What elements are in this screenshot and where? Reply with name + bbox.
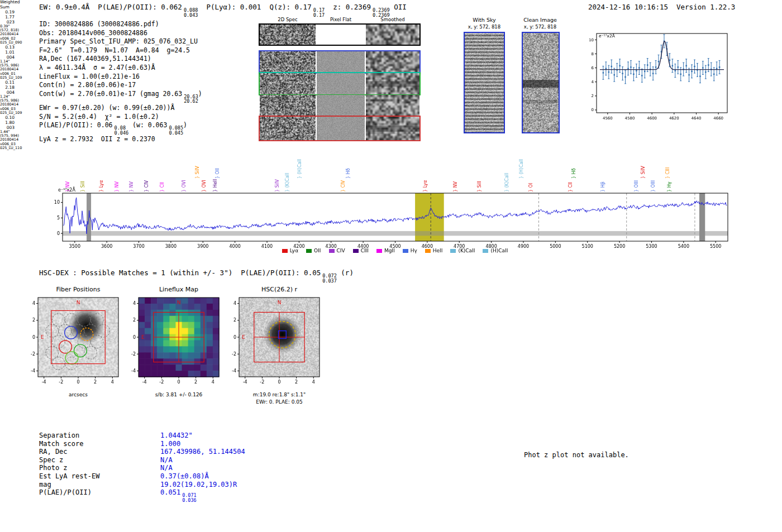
match-value-text: 1.04432"	[160, 432, 193, 439]
withsky-title: With Sky	[462, 17, 507, 23]
match-table-row-separation: Separation1.04432"	[39, 432, 307, 440]
line-id-label-oiii: } OIII	[634, 180, 640, 192]
match-table-row-spec-z: Spec zN/A	[39, 456, 307, 464]
text-segment: z: 0.2369	[325, 3, 371, 11]
legend-swatch	[425, 249, 431, 253]
match-table-row-ra-dec: RA, Dec167.439986, 51.144504	[39, 448, 307, 456]
line-id-label-nv: } NV	[115, 181, 120, 192]
text-segment: )	[183, 121, 187, 129]
text-segment: λ = 4611.34Å σ = 2.47(±0.63)Å	[39, 64, 155, 71]
sup-sub-value: 0.23690.2369	[373, 8, 390, 17]
text-segment: (r)	[337, 269, 354, 277]
cleanimage-coords: x, y: 572, 818	[518, 24, 562, 30]
match-table-value: 167.439986, 51.144504	[160, 448, 245, 456]
withsky-cutout-canvas	[464, 32, 505, 133]
match-value-text: N/A	[160, 464, 173, 472]
hsc-cutout-xlabel2: EWr: 0. PLAE: 0.05	[232, 399, 327, 405]
info-line-6: LineFlux = 1.00(±0.21)e-16	[39, 73, 202, 82]
legend-swatch	[450, 249, 456, 253]
legend-label: Lyα	[290, 248, 298, 253]
line-id-label-ovi: } OVI	[202, 180, 207, 192]
match-table-value: 1.000	[160, 440, 180, 448]
match-table-label: P(LAE)/P(OII)	[39, 488, 92, 496]
line-id-label-ovi: } OVI	[182, 180, 187, 192]
line-id-label-lyα: } Lyα	[99, 180, 104, 192]
line-id-label-nv: } NV	[453, 181, 459, 192]
match-table-value: N/A	[160, 464, 173, 472]
sub-value: 0.036	[182, 498, 197, 503]
match-table-label: Spec z	[39, 456, 63, 464]
spec2d-row-right-annotation-1: 0.39"(572, 818)20180414v006_02025_LU_090	[0, 25, 29, 45]
cleanimage-title: Clean Image	[518, 17, 562, 23]
right-annotation-line: Sum	[0, 5, 29, 10]
text-segment: OII	[390, 3, 407, 11]
match-table-row-match-score: Match score1.000	[39, 440, 307, 448]
sup-sub-value: 0.0720.037	[322, 274, 337, 283]
match-value-text: N/A	[160, 456, 173, 464]
legend-label: MgII	[384, 248, 395, 253]
spec2d-col-header-pixelflat: Pixel Flat	[318, 17, 363, 22]
hsc-cutout-canvas	[222, 295, 325, 391]
hsc-dex-match-line: HSC-DEX : Possible Matches = 1 (within +…	[39, 269, 354, 283]
info-line-9: EWr = 0.97(±0.20) (w: 0.99(±0.20))Å	[39, 104, 202, 113]
match-value-text: 0.37(±0.08)Å	[160, 472, 209, 480]
line-id-label-oi: } OI	[528, 183, 534, 192]
info-line-0: ID: 3000824886 (3000824886.pdf)	[39, 20, 202, 29]
left-label-line: 0.13	[0, 45, 15, 50]
spec2d-row-right-annotation-3: 1.24"(575, 986)20180414v006_03025_LU_109	[0, 95, 29, 115]
legend-label: (H)CaII	[490, 248, 508, 253]
text-segment: P(Lyα): 0.001 Q(z): 0.17	[198, 3, 311, 11]
legend-item-(k)caii: (K)CaII	[450, 248, 475, 253]
match-table-row-est-lya-rest-ew: Est LyA rest-EW0.37(±0.08)Å	[39, 472, 307, 481]
timestamp-version: 2024-12-16 10:16:15 Version 1.22.3	[588, 3, 735, 11]
legend-item-hγ: Hγ	[403, 248, 417, 253]
line-id-label-nv: } NV	[129, 181, 135, 192]
text-segment: S/N = 5.2(±0.4) χ² = 1.0(±0.2)	[39, 113, 159, 121]
match-value-text: 19.02(19.02,19.03)R	[160, 481, 237, 488]
spec2d-row-right-annotation-0: WeightedSum	[0, 0, 29, 9]
legend-swatch	[403, 249, 408, 253]
legend-swatch	[329, 249, 335, 253]
text-segment: F=2.6" T=0.179 N=1.07 A=0.84 g=24.5	[39, 46, 190, 54]
spec2d-row-left-label-3: 0.112.18004	[0, 80, 15, 95]
elixer-detection-report: EW: 0.9±0.4Å P(LAE)/P(OII): 0.0620.0880.…	[0, 0, 782, 532]
left-label-line: 1.80	[0, 120, 15, 125]
line-id-label-oiii: } OIII	[651, 180, 656, 192]
sub-value: 0.037	[322, 279, 337, 284]
info-line-1: Obs: 20180414v006_3000824886	[39, 29, 202, 38]
line-id-label-civ: } CIV	[341, 180, 346, 192]
legend-item-civ: CIV	[329, 248, 345, 253]
spec2d-col-header-smoothed: Smoothed	[370, 17, 415, 22]
right-annotation-line: 025_LU_090	[0, 41, 29, 45]
info-line-3: F=2.6" T=0.179 N=1.07 A=0.84 g=24.5	[39, 46, 202, 55]
spec2d-row-left-label-1: 0.191.77023	[0, 9, 15, 25]
match-table-value: N/A	[160, 456, 173, 464]
spec2d-strips-canvas	[259, 23, 421, 142]
spec2d-row-left-label-4: 0.101.80003	[0, 115, 15, 130]
info-line-2: Primary Spec_Slot_IFU_AMP: 025_076_032_L…	[39, 37, 202, 46]
match-table-row-photo-z: Photo zN/A	[39, 464, 307, 472]
sub-value: 0.045	[169, 131, 183, 136]
legend-swatch	[353, 249, 359, 253]
sup-sub-value: 20.6320.62	[184, 94, 198, 104]
sub-value: 20.62	[184, 99, 198, 104]
text-segment: EWr = 0.97(±0.20) (w: 0.99(±0.20))Å	[39, 104, 174, 112]
info-line-8: Cont(w) = 2.70(±0.01)e-17 (gmag 20.6320.…	[39, 90, 202, 104]
line-id-label-(k)caii: } (K)CaII	[504, 173, 510, 192]
lineflux-map-canvas	[122, 295, 225, 391]
sub-value: 0.046	[115, 131, 129, 136]
line-id-label-(h)caii: } (H)CaII	[297, 159, 303, 179]
spec2d-row-left-label-2: 0.131.01004	[0, 45, 15, 60]
text-segment: P(LAE)/P(OII): 0.06	[39, 121, 113, 129]
legend-swatch	[483, 249, 488, 253]
legend-label: (K)CaII	[458, 248, 475, 253]
match-table-label: Match score	[39, 440, 83, 448]
match-table-row-p-lae-p-oii-: P(LAE)/P(OII)0.0510.0710.036	[39, 488, 307, 497]
right-annotation-line: 025_LU_109	[0, 76, 29, 80]
line-id-label-siii: } SiII	[477, 181, 483, 192]
legend-label: CIV	[337, 248, 345, 253]
summary-stats-header: EW: 0.9±0.4Å P(LAE)/P(OII): 0.0620.0880.…	[39, 3, 407, 17]
sup-sub-value: 0.0850.045	[169, 126, 183, 135]
line-id-label-oii: } OII	[215, 168, 221, 179]
line-id-label-hδ: } Hδ	[346, 168, 351, 179]
